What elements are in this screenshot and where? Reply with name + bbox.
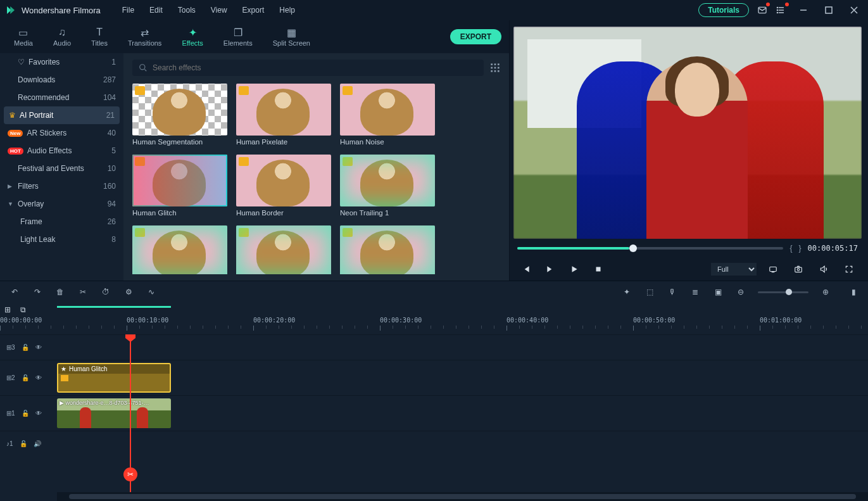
cat-overlay[interactable]: ▼Overlay94 (0, 195, 123, 213)
split-icon[interactable]: ✂ (77, 288, 89, 296)
timeline-hscrollbar[interactable] (57, 492, 868, 501)
cat-festival-events[interactable]: Festival and Events10 (0, 160, 123, 177)
effect-thumbnail[interactable] (236, 84, 331, 136)
record-voiceover-icon[interactable]: 🎙 (667, 288, 678, 296)
add-track-icon[interactable]: ⊞ (0, 305, 15, 314)
cat-audio-effects[interactable]: HOTAudio Effects5 (0, 142, 123, 160)
menu-export[interactable]: Export (236, 3, 271, 17)
scissors-icon[interactable]: ✂ (123, 467, 137, 481)
effect-thumbnail[interactable] (132, 84, 227, 136)
cat-downloads[interactable]: Downloads287 (0, 71, 123, 89)
snapshot-icon[interactable] (789, 262, 807, 277)
effect-thumbnail[interactable] (236, 225, 331, 274)
preview-timecode: 00:00:05:17 (808, 244, 858, 253)
crop-icon[interactable]: ▣ (712, 288, 724, 296)
lock-icon[interactable]: 🔓 (22, 374, 29, 381)
prev-frame-button[interactable] (517, 262, 535, 277)
menu-file[interactable]: File (116, 3, 141, 17)
stop-button[interactable] (589, 262, 607, 277)
messages-icon[interactable] (757, 4, 768, 16)
video-clip[interactable]: ▶ wondershare-e…8-d703-4751-… (57, 398, 171, 428)
window-minimize[interactable] (795, 4, 812, 16)
tab-effects[interactable]: ✦Effects (175, 24, 209, 49)
effect-card[interactable]: Neon Trailing 1 (340, 155, 435, 217)
effect-card[interactable]: Human Pixelate (236, 84, 331, 146)
cat-recommended[interactable]: Recommended104 (0, 89, 123, 106)
speaker-icon[interactable]: 🔊 (34, 440, 41, 447)
tab-transitions[interactable]: ⇄Transitions (122, 24, 168, 49)
cat-frame[interactable]: Frame26 (0, 213, 123, 231)
effect-card[interactable] (340, 225, 435, 274)
adjust-icon[interactable]: ⚙ (123, 288, 134, 296)
menu-view[interactable]: View (204, 3, 234, 17)
cat-ar-stickers[interactable]: NewAR Stickers40 (0, 124, 123, 142)
effect-thumbnail[interactable] (340, 225, 435, 274)
window-close[interactable] (845, 4, 863, 16)
export-button[interactable]: EXPORT (450, 29, 501, 44)
eye-icon[interactable]: 👁 (35, 410, 42, 417)
video-preview[interactable] (513, 27, 862, 239)
effect-card[interactable]: Human Noise (340, 84, 435, 146)
preview-quality-select[interactable]: Full (711, 263, 757, 276)
cat-light-leak[interactable]: Light Leak8 (0, 231, 123, 248)
menu-help[interactable]: Help (273, 3, 301, 17)
preview-scrubber[interactable] (517, 247, 783, 250)
lock-icon[interactable]: 🔓 (20, 440, 27, 447)
effect-thumbnail[interactable] (340, 155, 435, 206)
volume-icon[interactable] (815, 262, 833, 277)
delete-icon[interactable]: 🗑 (54, 288, 66, 296)
effect-clip[interactable]: ★Human Glitch (57, 363, 171, 393)
svg-rect-10 (494, 67, 496, 69)
effect-thumbnail[interactable] (340, 84, 435, 136)
search-input[interactable] (132, 60, 484, 76)
playhead[interactable]: ✂ (130, 334, 131, 492)
tab-splitscreen[interactable]: ▦Split Screen (267, 24, 317, 49)
detach-preview-icon[interactable] (764, 262, 782, 277)
menu-edit[interactable]: Edit (143, 3, 169, 17)
effects-browser: ◀ Human SegmentationHuman PixelateHuman … (123, 53, 509, 281)
redo-icon[interactable]: ↷ (32, 288, 43, 296)
effect-card[interactable]: Human Border (236, 155, 331, 217)
mixer-icon[interactable]: ≣ (689, 288, 701, 296)
render-preview-icon[interactable]: ✦ (621, 288, 632, 296)
mark-out-icon[interactable]: } (799, 244, 802, 253)
zoom-in-icon[interactable]: ⊕ (820, 288, 831, 296)
eye-icon[interactable]: 👁 (35, 374, 42, 381)
effect-card[interactable]: Human Segmentation (132, 84, 227, 146)
effect-thumbnail[interactable] (132, 225, 227, 274)
tutorials-button[interactable]: Tutorials (698, 3, 749, 17)
timeline-ruler[interactable]: 00:00:00:0000:00:10:0000:00:20:0000:00:3… (0, 317, 868, 334)
effect-card[interactable]: Human Glitch (132, 155, 227, 217)
view-grid-icon[interactable] (490, 63, 500, 73)
link-toggle-icon[interactable]: ⧉ (15, 305, 30, 314)
menu-tools[interactable]: Tools (172, 3, 202, 17)
tab-elements[interactable]: ❐Elements (217, 24, 259, 49)
effect-card[interactable] (236, 225, 331, 274)
timeline-settings-icon[interactable]: ▮ (848, 288, 859, 296)
lock-icon[interactable]: 🔓 (22, 410, 29, 417)
tab-titles[interactable]: TTitles (85, 24, 114, 49)
tab-audio[interactable]: ♫Audio (47, 24, 77, 49)
tab-media[interactable]: ▭Media (8, 24, 39, 49)
audio-wave-icon[interactable]: ∿ (146, 288, 157, 296)
mark-in-icon[interactable]: { (789, 244, 792, 253)
effect-thumbnail[interactable] (236, 155, 331, 206)
undo-icon[interactable]: ↶ (9, 288, 20, 296)
next-frame-button[interactable] (541, 262, 559, 277)
effect-thumbnail[interactable] (132, 155, 227, 206)
timeline-zoom-slider[interactable] (758, 291, 808, 293)
tasks-icon[interactable] (776, 4, 787, 16)
cat-favorites[interactable]: ♡Favorites1 (0, 53, 123, 71)
effect-card[interactable] (132, 225, 227, 274)
eye-icon[interactable]: 👁 (35, 344, 42, 351)
marker-icon[interactable]: ⬚ (644, 288, 655, 296)
zoom-out-icon[interactable]: ⊖ (735, 288, 746, 296)
cat-ai-portrait[interactable]: ♛AI Portrait21 (4, 106, 120, 124)
play-button[interactable] (565, 262, 583, 277)
fullscreen-icon[interactable] (840, 262, 858, 277)
window-maximize[interactable] (820, 4, 838, 16)
lock-icon[interactable]: 🔓 (22, 344, 29, 351)
svg-rect-17 (795, 267, 802, 272)
cat-filters[interactable]: ▶Filters160 (0, 177, 123, 195)
speed-icon[interactable]: ⏱ (100, 288, 111, 296)
